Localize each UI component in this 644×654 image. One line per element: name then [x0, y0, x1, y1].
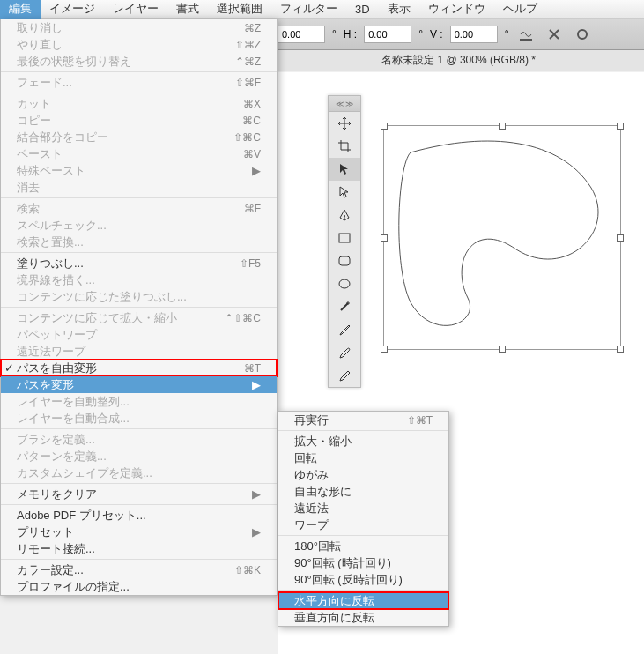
transform-bounding-box[interactable] — [383, 125, 621, 350]
menubar-filter[interactable]: フィルター — [271, 0, 346, 19]
menubar: 編集 イメージ レイヤー 書式 選択範囲 フィルター 3D 表示 ウィンドウ ヘ… — [0, 0, 644, 19]
menu-auto-blend: レイヤーを自動合成... — [1, 410, 277, 427]
handle-bot-right[interactable] — [617, 346, 624, 353]
wand-tool-icon[interactable] — [329, 295, 360, 318]
v-label: V : — [430, 28, 443, 41]
submenu-rotate[interactable]: 回転 — [278, 450, 448, 466]
handle-bot-left[interactable] — [381, 346, 388, 353]
menubar-edit[interactable]: 編集 — [0, 0, 41, 19]
transform-submenu: 再実行⇧⌘T 拡大・縮小 回転 ゆがみ 自由な形に 遠近法 ワープ 180°回転… — [278, 411, 449, 627]
path-select-tool-icon[interactable] — [329, 158, 360, 181]
h-field[interactable] — [364, 26, 411, 43]
menu-stroke: 境界線を描く... — [1, 271, 277, 288]
menu-toggle-last: 最後の状態を切り替え⌃⌘Z — [1, 53, 277, 70]
menu-define-shape: カスタムシェイプを定義... — [1, 464, 277, 481]
menu-preset[interactable]: プリセット▶ — [1, 524, 277, 540]
menubar-view[interactable]: 表示 — [379, 0, 419, 19]
submenu-warp[interactable]: ワープ — [278, 517, 448, 533]
rounded-rect-tool-icon[interactable] — [329, 249, 360, 272]
submenu-flip-vertical[interactable]: 垂直方向に反転 — [278, 609, 448, 626]
panel-header[interactable]: ≪ ≫ — [329, 96, 360, 112]
menu-redo: やり直し⇧⌘Z — [1, 36, 277, 53]
menubar-help[interactable]: ヘルプ — [494, 0, 546, 19]
submenu-distort[interactable]: 自由な形に — [278, 483, 448, 500]
value-field-1[interactable] — [278, 26, 325, 43]
cancel-icon[interactable] — [544, 24, 565, 45]
menubar-3d[interactable]: 3D — [346, 1, 379, 18]
submenu-skew[interactable]: ゆがみ — [278, 466, 448, 483]
menu-auto-align: レイヤーを自動整列... — [1, 393, 277, 410]
commit-icon[interactable] — [572, 24, 593, 45]
direct-select-tool-icon[interactable] — [329, 181, 360, 204]
menu-assign-profile[interactable]: プロファイルの指定... — [1, 578, 277, 595]
move-tool-icon[interactable] — [329, 112, 360, 135]
handle-top-right[interactable] — [617, 123, 624, 130]
edit-menu-dropdown: 取り消し⌘Z やり直し⇧⌘Z 最後の状態を切り替え⌃⌘Z フェード...⇧⌘F … — [0, 19, 278, 596]
svg-point-3 — [578, 30, 587, 39]
handle-mid-right[interactable] — [617, 234, 624, 242]
menubar-type[interactable]: 書式 — [167, 0, 208, 19]
eyedropper-tool-icon[interactable] — [329, 318, 360, 341]
menu-spellcheck: スペルチェック... — [1, 217, 277, 234]
menu-perspective-warp: 遠近法ワープ — [1, 343, 277, 360]
pencil-tool-icon[interactable] — [329, 364, 360, 387]
menubar-select[interactable]: 選択範囲 — [208, 0, 271, 19]
v-field[interactable] — [450, 26, 498, 43]
menu-remote[interactable]: リモート接続... — [1, 540, 277, 557]
svg-rect-0 — [520, 39, 532, 41]
transform-tool-panel: ≪ ≫ — [328, 95, 361, 388]
menubar-window[interactable]: ウィンドウ — [419, 0, 494, 19]
menu-fade: フェード...⇧⌘F — [1, 74, 277, 91]
menu-copy-merged: 結合部分をコピー⇧⌘C — [1, 129, 277, 145]
submenu-flip-horizontal[interactable]: 水平方向に反転 — [278, 592, 448, 609]
menu-puppet-warp: パペットワープ — [1, 326, 277, 343]
menu-content-scale: コンテンツに応じて拡大・縮小⌃⇧⌘C — [1, 309, 277, 326]
degree-label-2: ° — [418, 28, 423, 41]
warp-icon[interactable] — [515, 24, 537, 45]
menu-copy: コピー⌘C — [1, 112, 277, 129]
h-label: H : — [344, 28, 357, 41]
submenu-again[interactable]: 再実行⇧⌘T — [278, 412, 448, 428]
handle-top-mid[interactable] — [499, 123, 506, 130]
menubar-layer[interactable]: レイヤー — [104, 0, 167, 19]
rectangle-tool-icon[interactable] — [329, 227, 360, 249]
menu-cut: カット⌘X — [1, 95, 277, 112]
degree-label: ° — [332, 28, 337, 41]
submenu-perspective[interactable]: 遠近法 — [278, 500, 448, 517]
menu-find-replace: 検索と置換... — [1, 234, 277, 250]
menu-color-settings[interactable]: カラー設定...⇧⌘K — [1, 561, 277, 578]
menu-free-transform-path[interactable]: ✓パスを自由変形⌘T — [1, 360, 277, 376]
menubar-image[interactable]: イメージ — [41, 0, 104, 19]
svg-rect-6 — [339, 256, 350, 265]
svg-rect-5 — [339, 234, 350, 242]
submenu-rotate-180[interactable]: 180°回転 — [278, 538, 448, 554]
crop-tool-icon[interactable] — [329, 135, 360, 158]
menu-purge[interactable]: メモリをクリア▶ — [1, 486, 277, 502]
handle-mid-left[interactable] — [381, 234, 388, 242]
submenu-rotate-90ccw[interactable]: 90°回転 (反時計回り) — [278, 571, 448, 588]
menu-find: 検索⌘F — [1, 200, 277, 217]
menu-content-fill: コンテンツに応じた塗りつぶし... — [1, 288, 277, 305]
menu-define-brush: ブラシを定義... — [1, 431, 277, 448]
brush-tool-icon[interactable] — [329, 341, 360, 364]
menu-transform-path[interactable]: パスを変形▶ — [1, 376, 277, 393]
menu-fill[interactable]: 塗りつぶし...⇧F5 — [1, 255, 277, 271]
menu-define-pattern: パターンを定義... — [1, 448, 277, 464]
submenu-scale[interactable]: 拡大・縮小 — [278, 433, 448, 450]
pen-tool-icon[interactable] — [329, 204, 360, 227]
menu-paste: ペースト⌘V — [1, 145, 277, 162]
degree-label-3: ° — [505, 28, 509, 41]
svg-point-4 — [344, 215, 345, 217]
svg-point-7 — [339, 279, 350, 288]
menu-undo: 取り消し⌘Z — [1, 19, 277, 36]
document-tab[interactable]: 名称未設定 1 @ 300% (RGB/8) * — [381, 53, 536, 68]
menu-clear: 消去 — [1, 179, 277, 196]
submenu-rotate-90cw[interactable]: 90°回転 (時計回り) — [278, 554, 448, 571]
ellipse-tool-icon[interactable] — [329, 272, 360, 295]
menu-paste-special: 特殊ペースト▶ — [1, 162, 277, 179]
svg-line-8 — [341, 303, 348, 310]
menu-pdf-preset[interactable]: Adobe PDF プリセット... — [1, 507, 277, 524]
handle-top-left[interactable] — [381, 123, 388, 130]
handle-bot-mid[interactable] — [499, 346, 506, 353]
path-shape — [384, 126, 622, 351]
